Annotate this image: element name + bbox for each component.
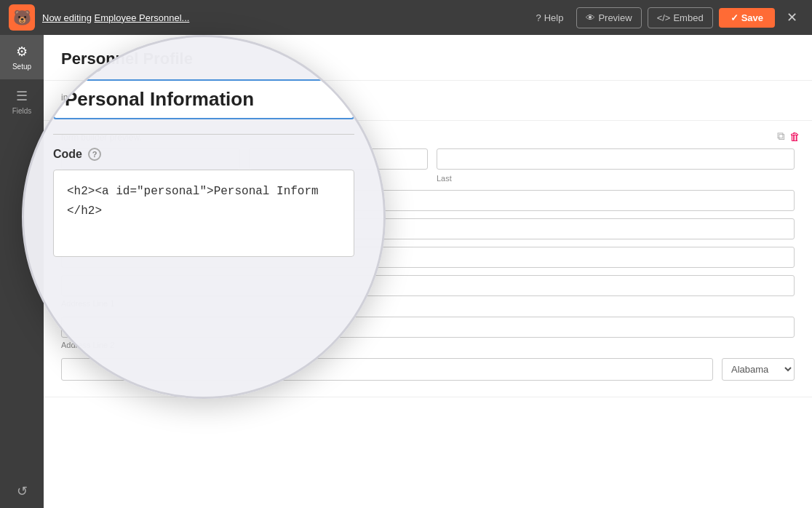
section-actions: ⧉ 🗑 (777, 130, 800, 143)
duplicate-section-button[interactable]: ⧉ (777, 130, 785, 143)
embed-button[interactable]: </> Embed (648, 7, 713, 28)
now-editing-label: Now editing Employee Personnel... (42, 12, 189, 23)
help-button[interactable]: ? Help (528, 8, 570, 28)
sidebar-item-history[interactable]: ↺ (0, 475, 44, 508)
delete-section-button[interactable]: 🗑 (789, 130, 800, 143)
save-button[interactable]: ✓ Save (719, 8, 775, 28)
mag-code-label: Code ? (53, 148, 354, 161)
mag-label-section: Label ? (53, 59, 354, 119)
top-bar-actions: ? Help 👁 Preview </> Embed ✓ Save ✕ (528, 7, 803, 28)
top-bar: 🐻 Now editing Employee Personnel... ? He… (0, 0, 812, 35)
eye-icon: 👁 (586, 12, 595, 23)
mag-label-input[interactable] (53, 79, 354, 119)
last-name-field: Last (437, 148, 795, 183)
history-icon: ↺ (17, 483, 28, 499)
last-name-input[interactable] (437, 148, 795, 170)
last-label: Last (437, 174, 795, 183)
mag-code-section: Code ? <h2><a id="personal">Personal Inf… (53, 148, 354, 257)
help-icon: ? (536, 12, 541, 23)
preview-button[interactable]: 👁 Preview (576, 7, 641, 28)
magnifier-content: Label ? Code ? <h2><a id="personal">Pers… (24, 37, 383, 397)
document-name-link[interactable]: Employee Personnel... (95, 12, 190, 23)
mag-code-block[interactable]: <h2><a id="personal">Personal Inform</h2… (53, 170, 354, 257)
magnifier-overlay: Label ? Code ? <h2><a id="personal">Pers… (22, 35, 386, 399)
sidebar-item-fields[interactable]: ☰ Fields (0, 79, 44, 124)
fields-icon: ☰ (16, 88, 28, 104)
close-button[interactable]: ✕ (781, 7, 803, 28)
app-logo: 🐻 (9, 4, 35, 31)
setup-icon: ⚙ (16, 44, 28, 60)
code-help-icon[interactable]: ? (88, 148, 101, 161)
mag-divider (53, 134, 354, 135)
sidebar-item-setup[interactable]: ⚙ Setup (0, 35, 44, 79)
state-select[interactable]: Alabama (722, 358, 795, 381)
embed-icon: </> (657, 12, 671, 23)
check-icon: ✓ (731, 12, 739, 23)
